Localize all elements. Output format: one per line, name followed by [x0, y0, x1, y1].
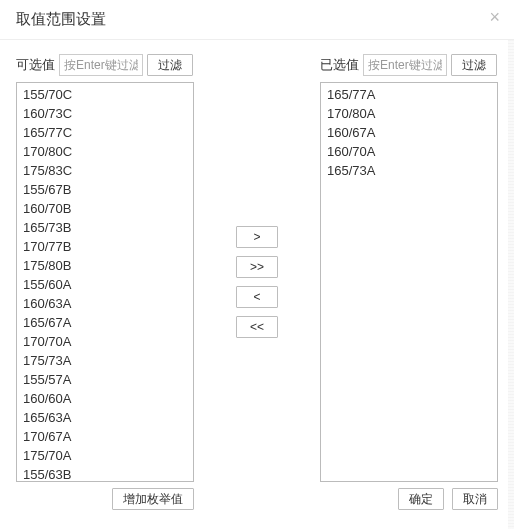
available-header: 可选值 过滤	[16, 54, 194, 76]
selected-header: 已选值 过滤	[320, 54, 498, 76]
list-item[interactable]: 170/80C	[17, 142, 193, 161]
dialog-title: 取值范围设置	[16, 10, 106, 27]
list-item[interactable]: 165/77C	[17, 123, 193, 142]
selected-listbox[interactable]: 165/77A170/80A160/67A160/70A165/73A	[320, 82, 498, 482]
list-item[interactable]: 155/63B	[17, 465, 193, 482]
available-label: 可选值	[16, 56, 55, 74]
list-item[interactable]: 175/83C	[17, 161, 193, 180]
ok-button[interactable]: 确定	[398, 488, 444, 510]
move-all-right-button[interactable]: >>	[236, 256, 278, 278]
selected-footer: 确定 取消	[320, 488, 498, 510]
cancel-button[interactable]: 取消	[452, 488, 498, 510]
available-column: 可选值 过滤 155/70C160/73C165/77C170/80C175/8…	[16, 54, 194, 510]
available-filter-input[interactable]	[59, 54, 143, 76]
dialog-header: 取值范围设置 ×	[0, 0, 514, 40]
selected-label: 已选值	[320, 56, 359, 74]
list-item[interactable]: 160/67A	[321, 123, 497, 142]
selected-filter-button[interactable]: 过滤	[451, 54, 497, 76]
list-item[interactable]: 160/70A	[321, 142, 497, 161]
list-item[interactable]: 165/63A	[17, 408, 193, 427]
list-item[interactable]: 160/70B	[17, 199, 193, 218]
list-item[interactable]: 160/63A	[17, 294, 193, 313]
list-item[interactable]: 155/70C	[17, 85, 193, 104]
list-item[interactable]: 170/70A	[17, 332, 193, 351]
close-icon[interactable]: ×	[489, 8, 500, 26]
list-item[interactable]: 175/70A	[17, 446, 193, 465]
add-enum-button[interactable]: 增加枚举值	[112, 488, 194, 510]
list-item[interactable]: 170/67A	[17, 427, 193, 446]
selected-filter-input[interactable]	[363, 54, 447, 76]
list-item[interactable]: 165/67A	[17, 313, 193, 332]
list-item[interactable]: 170/77B	[17, 237, 193, 256]
selected-column: 已选值 过滤 165/77A170/80A160/67A160/70A165/7…	[320, 54, 498, 510]
move-buttons-column: > >> < <<	[194, 54, 320, 510]
move-right-button[interactable]: >	[236, 226, 278, 248]
columns: 可选值 过滤 155/70C160/73C165/77C170/80C175/8…	[16, 54, 498, 510]
list-item[interactable]: 175/80B	[17, 256, 193, 275]
list-item[interactable]: 165/73A	[321, 161, 497, 180]
available-filter-button[interactable]: 过滤	[147, 54, 193, 76]
available-listbox[interactable]: 155/70C160/73C165/77C170/80C175/83C155/6…	[16, 82, 194, 482]
dialog: 取值范围设置 × 可选值 过滤 155/70C160/73C165/77C170…	[0, 0, 514, 529]
list-item[interactable]: 175/73A	[17, 351, 193, 370]
list-item[interactable]: 155/67B	[17, 180, 193, 199]
list-item[interactable]: 165/77A	[321, 85, 497, 104]
list-item[interactable]: 155/60A	[17, 275, 193, 294]
list-item[interactable]: 160/60A	[17, 389, 193, 408]
list-item[interactable]: 155/57A	[17, 370, 193, 389]
dialog-body: 可选值 过滤 155/70C160/73C165/77C170/80C175/8…	[0, 40, 514, 520]
list-item[interactable]: 170/80A	[321, 104, 497, 123]
move-all-left-button[interactable]: <<	[236, 316, 278, 338]
available-footer: 增加枚举值	[16, 488, 194, 510]
list-item[interactable]: 160/73C	[17, 104, 193, 123]
move-left-button[interactable]: <	[236, 286, 278, 308]
list-item[interactable]: 165/73B	[17, 218, 193, 237]
